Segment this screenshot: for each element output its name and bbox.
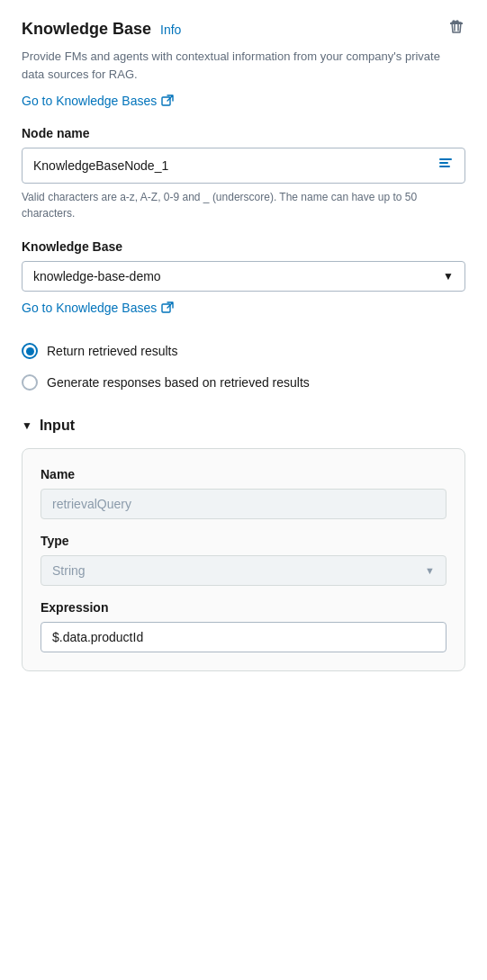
knowledge-base-value: knowledge-base-demo [33,269,161,283]
type-field-value: String [52,563,86,578]
external-link-icon-1 [161,94,174,107]
info-link[interactable]: Info [160,22,181,37]
svg-rect-5 [162,304,170,312]
radio-label-2: Generate responses based on retrieved re… [47,373,310,392]
knowledge-base-select[interactable]: knowledge-base-demo ▼ [22,261,465,292]
node-name-input-icon [437,156,454,175]
name-field-label: Name [41,467,446,481]
name-field-input: retrievalQuery [41,489,446,519]
svg-rect-4 [439,166,450,167]
panel-description: Provide FMs and agents with contextual i… [22,48,465,83]
external-link-icon-2 [161,301,174,314]
svg-rect-3 [439,162,448,164]
knowledge-base-label: Knowledge Base [22,239,465,254]
input-section-header[interactable]: ▼ Input [22,418,465,434]
knowledge-base-chevron-icon: ▼ [443,270,454,283]
node-name-input-wrapper[interactable] [22,148,465,184]
input-card: Name retrievalQuery Type String ▼ Expres… [22,448,465,671]
input-section-title: Input [40,418,75,434]
radio-option-2[interactable]: Generate responses based on retrieved re… [22,373,465,392]
panel-title: Knowledge Base [22,20,151,39]
node-name-hint: Valid characters are a-z, A-Z, 0-9 and _… [22,189,465,221]
type-field-select[interactable]: String ▼ [41,555,446,586]
svg-rect-1 [162,97,170,105]
radio-circle-2 [22,374,38,391]
delete-icon[interactable] [447,18,465,40]
radio-option-1[interactable]: Return retrieved results [22,342,465,361]
svg-rect-2 [439,158,452,160]
input-section-toggle-icon: ▼ [22,419,32,432]
goto-knowledge-bases-link-2[interactable]: Go to Knowledge Bases [22,301,174,315]
panel-header: Knowledge Base Info [22,18,465,40]
knowledge-base-section: Knowledge Base knowledge-base-demo ▼ [22,239,465,292]
name-field-group: Name retrievalQuery [41,467,446,519]
radio-label-1: Return retrieved results [47,342,178,361]
header-left: Knowledge Base Info [22,20,181,39]
expression-field-input[interactable] [41,622,446,652]
node-name-label: Node name [22,126,465,140]
radio-circle-1 [22,343,38,359]
radio-group: Return retrieved results Generate respon… [22,342,465,392]
node-name-input[interactable] [33,158,437,173]
expression-field-label: Expression [41,600,446,615]
type-field-label: Type [41,534,446,548]
goto-knowledge-bases-link-1[interactable]: Go to Knowledge Bases [22,94,174,108]
type-field-chevron-icon: ▼ [425,565,435,576]
svg-rect-0 [450,22,463,24]
type-field-group: Type String ▼ [41,534,446,586]
expression-field-group: Expression [41,600,446,652]
node-name-section: Node name Valid characters are a-z, A-Z,… [22,126,465,221]
